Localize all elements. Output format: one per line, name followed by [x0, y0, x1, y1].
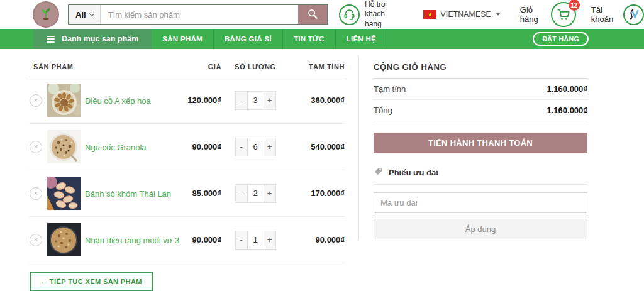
search-category-select[interactable]: All [69, 5, 101, 24]
product-name-link[interactable]: Ngũ cốc Granola [85, 143, 147, 152]
decrease-quantity-button[interactable]: - [236, 92, 247, 109]
quantity-stepper[interactable]: - + [235, 184, 276, 203]
subtotal-value: 1.160.000₫ [547, 84, 587, 94]
item-price: 90.000₫ [165, 235, 221, 244]
nav-item-san-pham[interactable]: SẢN PHẨM [152, 29, 214, 49]
item-subtotal: 170.000₫ [289, 189, 345, 198]
nav-item-bang-gia-si[interactable]: BẢNG GIÁ SỈ [214, 29, 283, 49]
cart-link[interactable]: Giỏ hàng 12 [520, 2, 576, 27]
cart-table: SẢN PHẨM GIÁ SỐ LƯỢNG TẠM TÍNH × [30, 57, 345, 291]
item-subtotal: 90.000₫ [289, 235, 345, 244]
search-button[interactable] [298, 5, 327, 24]
product-name-link[interactable]: Bánh sò khóm Thái Lan [85, 189, 171, 199]
language-selector[interactable]: ★ VIETNAMESE [423, 10, 499, 19]
support-label: Hỗ trợ khách hàng [365, 0, 394, 29]
caret-down-icon [496, 13, 500, 16]
item-price: 85.000₫ [165, 189, 221, 198]
item-subtotal: 360.000₫ [289, 96, 345, 105]
search-input[interactable] [101, 5, 298, 24]
decrease-quantity-button[interactable]: - [236, 231, 247, 249]
product-image[interactable] [47, 84, 80, 117]
increase-quantity-button[interactable]: + [264, 92, 275, 109]
cart-icon: 12 [551, 2, 576, 27]
search-bar: All [68, 4, 328, 25]
remove-item-button[interactable]: × [30, 234, 42, 246]
total-label: Tổng [374, 106, 392, 115]
product-image[interactable] [47, 130, 80, 163]
summary-total-row: Tổng 1.160.000₫ [374, 100, 587, 121]
summary-title: CỘNG GIỎ HÀNG [374, 57, 587, 79]
nav-catalog-label: Danh mục sản phẩm [62, 35, 138, 43]
remove-item-button[interactable]: × [30, 94, 42, 107]
header: All Hỗ trợ khách hàng [0, 0, 644, 29]
item-subtotal: 540.000₫ [289, 142, 345, 151]
coupon-section-title: Phiếu ưu đãi [374, 167, 587, 185]
support-link[interactable]: Hỗ trợ khách hàng [339, 0, 394, 29]
increase-quantity-button[interactable]: + [264, 231, 275, 249]
vietnam-flag-icon: ★ [423, 10, 436, 19]
product-image[interactable] [47, 177, 80, 210]
quantity-input[interactable] [247, 185, 264, 202]
increase-quantity-button[interactable]: + [264, 138, 275, 156]
summary-subtotal-row: Tạm tính 1.160.000₫ [374, 79, 587, 100]
close-icon: × [34, 97, 38, 104]
quantity-stepper[interactable]: - + [235, 231, 276, 250]
remove-item-button[interactable]: × [30, 187, 42, 200]
remove-item-button[interactable]: × [30, 141, 42, 153]
search-category-value: All [75, 10, 86, 19]
product-name-link[interactable]: Điều cỗ A xếp hoa [85, 96, 151, 106]
cart-count-badge: 12 [569, 0, 580, 11]
chevron-down-icon [89, 11, 94, 16]
checkout-button[interactable]: TIẾN HÀNH THANH TOÁN [374, 133, 587, 153]
account-icon [623, 4, 644, 25]
order-button[interactable]: ĐẶT HÀNG [533, 32, 589, 46]
tag-icon [374, 167, 383, 178]
quantity-stepper[interactable]: - + [235, 91, 276, 110]
column-header-product: SẢN PHẨM [30, 63, 165, 70]
cart-summary: CỘNG GIỎ HÀNG Tạm tính 1.160.000₫ Tổng 1… [358, 57, 587, 239]
account-link[interactable]: Tài khoản [591, 4, 644, 25]
headset-icon [339, 4, 360, 25]
quantity-input[interactable] [247, 92, 264, 109]
increase-quantity-button[interactable]: + [264, 185, 275, 202]
close-icon: × [34, 143, 38, 150]
quantity-input[interactable] [247, 138, 264, 156]
coupon-code-input[interactable] [374, 192, 587, 213]
item-price: 90.000₫ [165, 142, 221, 151]
language-label: VIETNAMESE [440, 10, 491, 19]
decrease-quantity-button[interactable]: - [236, 138, 247, 156]
plant-logo-icon [39, 6, 53, 24]
column-header-price: GIÁ [165, 63, 221, 70]
cart-label: Giỏ hàng [520, 5, 544, 24]
coupon-title-label: Phiếu ưu đãi [389, 168, 438, 177]
column-header-subtotal: TẠM TÍNH [289, 63, 345, 70]
cart-page: SẢN PHẨM GIÁ SỐ LƯỢNG TẠM TÍNH × [0, 49, 644, 291]
cart-row: × Nhân điều rang muối vỡ 3 90.000₫ - [30, 217, 345, 263]
total-value: 1.160.000₫ [547, 106, 587, 115]
cart-row: × [30, 77, 345, 124]
hamburger-icon [47, 36, 55, 43]
main-nav: Danh mục sản phẩm SẢN PHẨM BẢNG GIÁ SỈ T… [0, 29, 644, 49]
cart-row: × [30, 170, 345, 217]
store-logo[interactable] [33, 1, 59, 28]
account-label: Tài khoản [591, 5, 618, 24]
nav-item-lien-he[interactable]: LIÊN HỆ [336, 29, 387, 49]
nav-item-tin-tuc[interactable]: TIN TỨC [283, 29, 336, 49]
close-icon: × [34, 236, 38, 243]
continue-shopping-button[interactable]: ← TIẾP TỤC XEM SẢN PHẨM [30, 272, 153, 291]
cart-row: × Ngũ cốc Granola 90.000₫ - [30, 124, 345, 170]
apply-coupon-button[interactable]: Áp dụng [374, 219, 587, 239]
subtotal-label: Tạm tính [374, 84, 406, 94]
quantity-stepper[interactable]: - + [235, 138, 276, 156]
search-icon [307, 8, 318, 21]
product-image[interactable] [47, 223, 80, 256]
column-header-quantity: SỐ LƯỢNG [221, 63, 289, 70]
close-icon: × [34, 190, 38, 197]
quantity-input[interactable] [247, 231, 264, 249]
cart-table-header: SẢN PHẨM GIÁ SỐ LƯỢNG TẠM TÍNH [30, 57, 345, 77]
decrease-quantity-button[interactable]: - [236, 185, 247, 202]
nav-catalog-menu[interactable]: Danh mục sản phẩm [33, 29, 152, 49]
item-price: 120.000₫ [165, 96, 221, 105]
